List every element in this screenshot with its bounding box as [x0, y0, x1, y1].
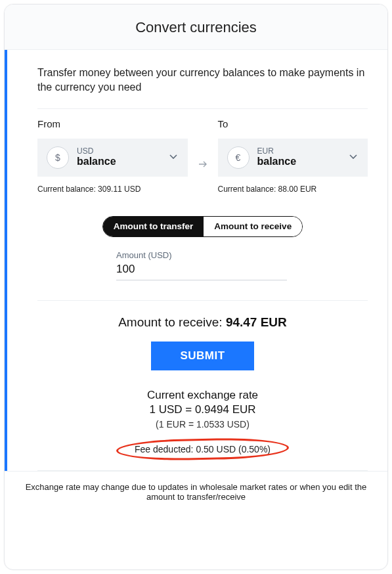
dollar-icon: $: [47, 146, 69, 169]
amount-to-receive-line: Amount to receive: 94.47 EUR: [37, 315, 368, 330]
from-balance-word: balance: [77, 156, 160, 167]
from-to-row: From $ USD balance Current balance: 309.…: [37, 109, 368, 194]
main-panel: Transfer money between your currency bal…: [5, 50, 387, 471]
to-balance-word: balance: [257, 156, 341, 167]
from-current-balance: Current balance: 309.11 USD: [37, 185, 188, 194]
intro-text: Transfer money between your currency bal…: [37, 66, 368, 95]
arrow-right-icon: [197, 158, 209, 173]
divider: [37, 300, 368, 301]
receive-value: 94.47 EUR: [226, 315, 287, 329]
to-label: To: [218, 118, 368, 129]
rate-sub: (1 EUR = 1.0533 USD): [37, 419, 368, 430]
rate-main: 1 USD = 0.9494 EUR: [37, 403, 368, 416]
from-label: From: [37, 118, 188, 129]
segmented-control: Amount to transfer Amount to receive: [37, 216, 368, 237]
fee-deducted: Fee deducted: 0.50 USD (0.50%): [121, 441, 284, 457]
rate-title: Current exchange rate: [37, 389, 368, 402]
convert-currencies-card: Convert currencies Transfer money betwee…: [4, 4, 388, 570]
euro-icon: €: [227, 146, 250, 169]
amount-label: Amount (USD): [116, 250, 287, 260]
chevron-down-icon: [348, 151, 359, 164]
chevron-down-icon: [168, 151, 179, 164]
fee-text: Fee deducted: 0.50 USD (0.50%): [135, 444, 271, 454]
from-currency-code: USD: [77, 147, 160, 156]
receive-prefix: Amount to receive:: [118, 315, 226, 329]
exchange-rate-block: Current exchange rate 1 USD = 0.9494 EUR…: [37, 389, 368, 430]
amount-input[interactable]: [116, 261, 287, 280]
amount-field-group: Amount (USD): [116, 250, 287, 280]
to-currency-selector[interactable]: € EUR balance: [218, 139, 368, 177]
to-column: To € EUR balance Current balance: 88.00 …: [218, 118, 368, 194]
to-current-balance: Current balance: 88.00 EUR: [218, 185, 368, 194]
tab-amount-to-transfer[interactable]: Amount to transfer: [103, 217, 204, 236]
tab-amount-to-receive[interactable]: Amount to receive: [204, 217, 302, 236]
from-currency-selector[interactable]: $ USD balance: [37, 139, 188, 177]
to-selector-text: EUR balance: [257, 147, 341, 168]
page-title: Convert currencies: [5, 5, 387, 50]
submit-button[interactable]: SUBMIT: [151, 342, 253, 370]
to-currency-code: EUR: [257, 147, 341, 156]
card-body: Transfer money between your currency bal…: [5, 50, 387, 569]
disclaimer-text: Exchange rate may change due to updates …: [5, 471, 387, 512]
from-selector-text: USD balance: [77, 147, 160, 168]
from-column: From $ USD balance Current balance: 309.…: [37, 118, 188, 194]
